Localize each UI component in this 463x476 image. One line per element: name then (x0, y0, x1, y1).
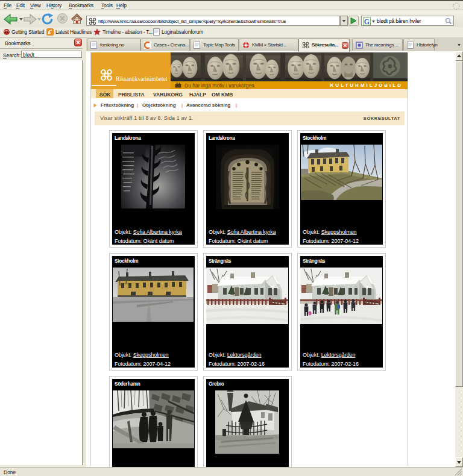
svg-text:G: G (364, 17, 370, 25)
